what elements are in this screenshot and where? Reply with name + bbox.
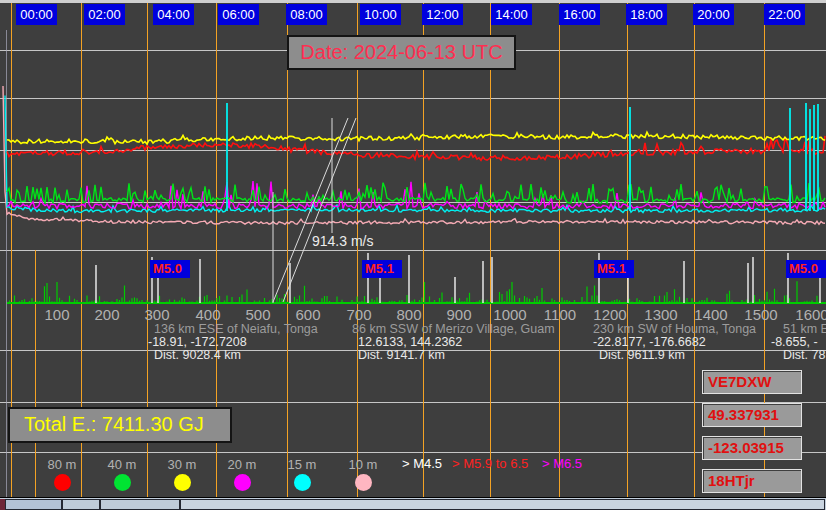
band-color-dot xyxy=(234,474,251,491)
time-label-0000: 00:00 xyxy=(16,4,57,25)
band-color-dot xyxy=(355,474,372,491)
legend-band-30m: 30 m xyxy=(150,457,214,491)
time-label-0600: 06:00 xyxy=(218,4,259,25)
gridline-v xyxy=(287,3,288,497)
x-tick: 1000 xyxy=(488,306,532,323)
time-label-1600: 16:00 xyxy=(559,4,600,25)
legend-band-label: 10 m xyxy=(331,457,395,472)
x-tick: 300 xyxy=(135,306,179,323)
x-tick: 600 xyxy=(286,306,330,323)
quake-distance: Dist. 9028.4 km xyxy=(148,349,318,362)
wave-speed-annotation: 914.3 m/s xyxy=(312,233,373,249)
legend-band-80m: 80 m xyxy=(30,457,94,491)
taskbar xyxy=(0,497,826,510)
quake-info: 136 km ESE of Neiafu, Tonga -18.91, -172… xyxy=(148,323,318,362)
gridline-v xyxy=(357,3,358,497)
quake-info: 51 km E -8.655, - Dist. 78 xyxy=(771,323,826,362)
x-tick: 500 xyxy=(236,306,280,323)
taskbar-cell-1[interactable] xyxy=(5,499,62,510)
event-magnitude-badge: M5.1 xyxy=(362,260,402,278)
quake-distance: Dist. 78 xyxy=(771,349,826,362)
x-tick: 1400 xyxy=(689,306,733,323)
band-color-dot xyxy=(114,474,131,491)
gridline-h xyxy=(0,250,826,251)
legend-band-label: 20 m xyxy=(210,457,274,472)
time-label-2000: 20:00 xyxy=(693,4,734,25)
gridsquare-field[interactable]: 18HTjr xyxy=(702,469,802,493)
band-color-dot xyxy=(294,474,311,491)
x-tick: 900 xyxy=(437,306,481,323)
event-magnitude-badge: M5.1 xyxy=(594,260,634,278)
legend-band-15m: 15 m xyxy=(270,457,334,491)
legend-band-10m: 10 m xyxy=(331,457,395,491)
latitude-field[interactable]: 49.337931 xyxy=(702,403,802,427)
y-axis-line xyxy=(6,30,7,497)
x-tick: 800 xyxy=(387,306,431,323)
gridline-v xyxy=(627,3,628,497)
time-label-0200: 02:00 xyxy=(84,4,125,25)
legend-band-20m: 20 m xyxy=(210,457,274,491)
taskbar-cell-2[interactable] xyxy=(62,499,100,510)
x-tick: 1100 xyxy=(538,306,582,323)
date-display: Date: 2024-06-13 UTC xyxy=(287,35,516,70)
quake-info: 86 km SSW of Merizo Village, Guam 12.613… xyxy=(352,323,555,362)
legend-band-label: 80 m xyxy=(30,457,94,472)
time-label-1000: 10:00 xyxy=(360,4,401,25)
x-tick: 1300 xyxy=(639,306,683,323)
legend-band-label: 15 m xyxy=(270,457,334,472)
x-tick: 1200 xyxy=(588,306,632,323)
legend-band-40m: 40 m xyxy=(90,457,154,491)
x-tick: 100 xyxy=(35,306,79,323)
gridline-v xyxy=(423,3,424,497)
x-tick: 700 xyxy=(337,306,381,323)
window-top-edge xyxy=(0,0,826,3)
x-tick: 200 xyxy=(85,306,129,323)
callsign-field[interactable]: VE7DXW xyxy=(702,370,802,394)
gridline-v xyxy=(490,3,491,497)
band-color-dot xyxy=(54,474,71,491)
longitude-field[interactable]: -123.03915 xyxy=(702,436,802,460)
legend-band-label: 40 m xyxy=(90,457,154,472)
band-color-dot xyxy=(174,474,191,491)
x-tick: 1500 xyxy=(739,306,783,323)
quake-distance: Dist. 9141.7 km xyxy=(352,349,555,362)
time-label-1200: 12:00 xyxy=(422,4,463,25)
time-label-2200: 22:00 xyxy=(764,4,805,25)
quake-info: 230 km SW of Houma, Tonga -22.8177, -176… xyxy=(593,323,756,362)
quake-distance: Dist. 9611.9 km xyxy=(593,349,756,362)
rf-seismograph-window: 00:00 02:00 04:00 06:00 08:00 10:00 12:0… xyxy=(0,0,826,510)
legend-magnitude-m45: > M4.5 xyxy=(402,456,442,471)
x-tick: 1600 xyxy=(790,306,826,323)
gridline-v xyxy=(559,3,560,497)
gridline-h xyxy=(0,202,826,203)
taskbar-cell-4[interactable] xyxy=(180,499,825,510)
gridline-v xyxy=(694,3,695,497)
time-label-0400: 04:00 xyxy=(153,4,194,25)
time-label-1400: 14:00 xyxy=(491,4,532,25)
legend-band-label: 30 m xyxy=(150,457,214,472)
taskbar-cell-3[interactable] xyxy=(100,499,180,510)
gridline-h xyxy=(0,98,826,99)
legend-magnitude-m65: > M6.5 xyxy=(542,456,582,471)
time-label-1800: 18:00 xyxy=(626,4,667,25)
gridline-h xyxy=(0,150,826,151)
time-label-0800: 08:00 xyxy=(286,4,327,25)
total-energy-display: Total E.: 7411.30 GJ xyxy=(8,407,232,443)
legend-magnitude-m59: > M5.9 to 6.5 xyxy=(452,456,528,471)
event-magnitude-badge: M5.0 xyxy=(150,260,190,278)
x-tick: 400 xyxy=(186,306,230,323)
event-magnitude-badge: M5.0 xyxy=(786,260,826,278)
